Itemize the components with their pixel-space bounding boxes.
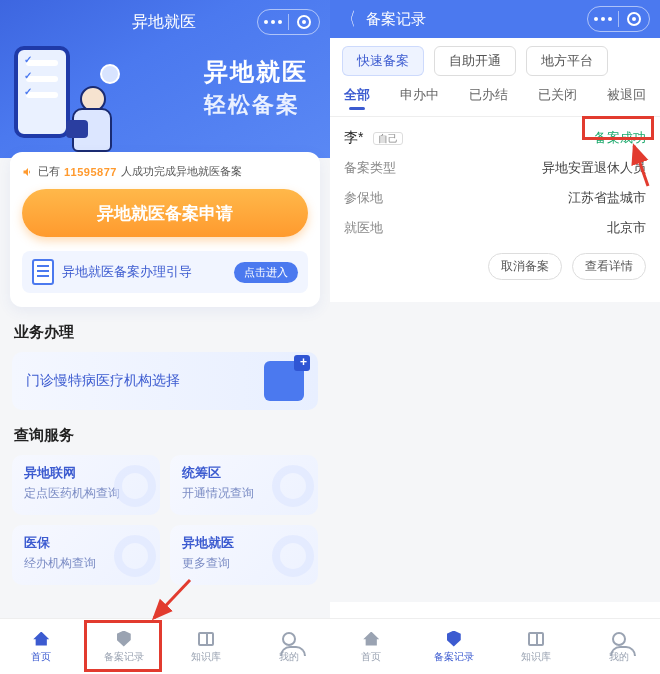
records-body: 快速备案 自助开通 地方平台 全部 申办中 已办结 已关闭 被退回 李* 自己 … bbox=[330, 38, 660, 602]
filter-row: 快速备案 自助开通 地方平台 bbox=[342, 46, 648, 76]
decoration-icon bbox=[272, 535, 314, 577]
guide-text: 异地就医备案办理引导 bbox=[62, 264, 226, 281]
self-tag: 自己 bbox=[373, 132, 403, 145]
decoration-icon bbox=[114, 465, 156, 507]
tab-home[interactable]: 首页 bbox=[330, 619, 413, 674]
document-icon bbox=[32, 259, 54, 285]
tab-mine[interactable]: 我的 bbox=[578, 619, 661, 674]
query-grid: 异地联网 定点医药机构查询 统筹区 开通情况查询 医保 经办机构查询 异地就医 … bbox=[12, 455, 318, 585]
section-title-business: 业务办理 bbox=[0, 307, 330, 352]
hero-line2: 轻松备案 bbox=[204, 90, 308, 120]
more-icon[interactable] bbox=[258, 9, 288, 35]
tab-label: 知识库 bbox=[521, 650, 551, 664]
empty-space bbox=[330, 302, 660, 602]
query-card[interactable]: 异地就医 更多查询 bbox=[170, 525, 318, 585]
hero-text: 异地就医 轻松备案 bbox=[204, 56, 308, 120]
home-icon bbox=[31, 630, 51, 648]
query-card[interactable]: 异地联网 定点医药机构查询 bbox=[12, 455, 160, 515]
titlebar: 异地就医 bbox=[0, 6, 330, 38]
record-actions: 取消备案 查看详情 bbox=[344, 253, 646, 280]
kv-value: 北京市 bbox=[607, 219, 646, 237]
tab-processing[interactable]: 申办中 bbox=[400, 86, 439, 110]
svg-line-0 bbox=[154, 580, 190, 618]
left-phone: 异地就医 异地就医 轻松备案 已有 11595877 人成功完成异地就医备案 异… bbox=[0, 0, 330, 674]
kv-row: 备案类型 异地安置退休人员 bbox=[344, 159, 646, 177]
tab-records[interactable]: 备案记录 bbox=[83, 619, 166, 674]
tab-closed[interactable]: 已关闭 bbox=[538, 86, 577, 110]
guide-chip[interactable]: 点击进入 bbox=[234, 262, 298, 283]
filter-chip-local[interactable]: 地方平台 bbox=[526, 46, 608, 76]
success-count: 11595877 bbox=[64, 166, 117, 178]
filter-chip-self[interactable]: 自助开通 bbox=[434, 46, 516, 76]
cancel-button[interactable]: 取消备案 bbox=[488, 253, 562, 280]
kv-key: 参保地 bbox=[344, 189, 383, 207]
kv-row: 参保地 江苏省盐城市 bbox=[344, 189, 646, 207]
page-title: 异地就医 bbox=[70, 12, 257, 33]
back-icon[interactable]: 〈 bbox=[343, 7, 356, 31]
success-count-line: 已有 11595877 人成功完成异地就医备案 bbox=[22, 164, 308, 179]
tab-mine[interactable]: 我的 bbox=[248, 619, 331, 674]
tabbar: 首页 备案记录 知识库 我的 bbox=[0, 618, 330, 674]
tab-done[interactable]: 已办结 bbox=[469, 86, 508, 110]
hero-banner: 异地就医 异地就医 轻松备案 bbox=[0, 0, 330, 158]
hero-illustration bbox=[14, 46, 70, 138]
tab-home[interactable]: 首页 bbox=[0, 619, 83, 674]
status-tabs: 全部 申办中 已办结 已关闭 被退回 bbox=[342, 86, 648, 116]
user-icon bbox=[609, 630, 629, 648]
filter-chip-fast[interactable]: 快速备案 bbox=[342, 46, 424, 76]
record-card: 李* 自己 备案成功 备案类型 异地安置退休人员 参保地 江苏省盐城市 就医地 … bbox=[342, 117, 648, 292]
apply-button[interactable]: 异地就医备案申请 bbox=[22, 189, 308, 237]
book-icon bbox=[196, 630, 216, 648]
hero-line1: 异地就医 bbox=[204, 56, 308, 88]
tab-records[interactable]: 备案记录 bbox=[413, 619, 496, 674]
kv-value: 江苏省盐城市 bbox=[568, 189, 646, 207]
close-icon[interactable] bbox=[289, 9, 319, 35]
status-badge: 备案成功 bbox=[594, 129, 646, 147]
tab-label: 首页 bbox=[31, 650, 51, 664]
main-card: 已有 11595877 人成功完成异地就医备案 异地就医备案申请 异地就医备案办… bbox=[10, 152, 320, 307]
query-card[interactable]: 医保 经办机构查询 bbox=[12, 525, 160, 585]
hospital-icon bbox=[264, 361, 304, 401]
miniprogram-capsule[interactable] bbox=[257, 9, 320, 35]
tab-label: 备案记录 bbox=[104, 650, 144, 664]
titlebar: 〈 备案记录 bbox=[330, 0, 660, 38]
business-card-label: 门诊慢特病医疗机构选择 bbox=[26, 372, 180, 390]
kv-key: 备案类型 bbox=[344, 159, 396, 177]
book-icon bbox=[526, 630, 546, 648]
miniprogram-capsule[interactable] bbox=[587, 6, 650, 32]
shield-icon bbox=[444, 630, 464, 648]
tab-knowledge[interactable]: 知识库 bbox=[495, 619, 578, 674]
home-icon bbox=[361, 630, 381, 648]
business-card[interactable]: 门诊慢特病医疗机构选择 bbox=[12, 352, 318, 410]
section-title-query: 查询服务 bbox=[0, 410, 330, 455]
record-name: 李* bbox=[344, 129, 363, 145]
decoration-icon bbox=[114, 535, 156, 577]
speaker-icon bbox=[22, 166, 34, 178]
kv-value: 异地安置退休人员 bbox=[542, 159, 646, 177]
success-prefix: 已有 bbox=[38, 164, 60, 179]
tab-knowledge[interactable]: 知识库 bbox=[165, 619, 248, 674]
record-header: 李* 自己 备案成功 bbox=[344, 129, 646, 147]
page-title: 备案记录 bbox=[366, 10, 579, 29]
tab-rejected[interactable]: 被退回 bbox=[607, 86, 646, 110]
decoration-icon bbox=[272, 465, 314, 507]
more-icon[interactable] bbox=[588, 6, 618, 32]
detail-button[interactable]: 查看详情 bbox=[572, 253, 646, 280]
user-icon bbox=[279, 630, 299, 648]
kv-key: 就医地 bbox=[344, 219, 383, 237]
tabbar: 首页 备案记录 知识库 我的 bbox=[330, 618, 660, 674]
tab-label: 知识库 bbox=[191, 650, 221, 664]
close-icon[interactable] bbox=[619, 6, 649, 32]
guide-row[interactable]: 异地就医备案办理引导 点击进入 bbox=[22, 251, 308, 293]
shield-icon bbox=[114, 630, 134, 648]
tab-all[interactable]: 全部 bbox=[344, 86, 370, 110]
tab-label: 备案记录 bbox=[434, 650, 474, 664]
kv-row: 就医地 北京市 bbox=[344, 219, 646, 237]
success-suffix: 人成功完成异地就医备案 bbox=[121, 164, 242, 179]
tab-label: 首页 bbox=[361, 650, 381, 664]
query-card[interactable]: 统筹区 开通情况查询 bbox=[170, 455, 318, 515]
right-phone: 〈 备案记录 快速备案 自助开通 地方平台 全部 申办中 已办结 已关闭 被退回… bbox=[330, 0, 660, 674]
